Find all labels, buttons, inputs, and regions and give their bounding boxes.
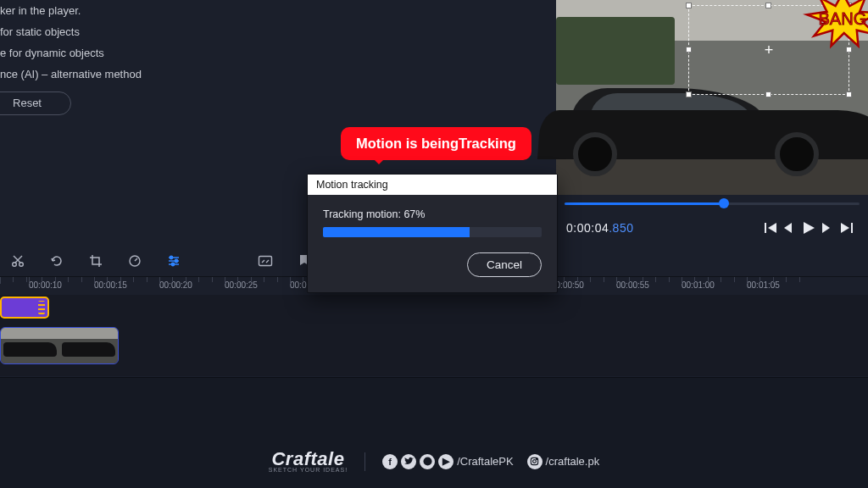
twitter-icon[interactable] — [401, 454, 416, 469]
preview-viewport[interactable]: + BANG — [556, 0, 868, 195]
preview-scrubber[interactable] — [556, 195, 868, 212]
timecode-display: 0:00:04.850 — [566, 221, 633, 235]
brand-name: Craftale — [271, 450, 344, 469]
svg-point-21 — [537, 458, 537, 459]
youtube-icon[interactable]: ▶ — [438, 454, 453, 469]
svg-rect-8 — [851, 223, 853, 233]
undo-icon[interactable] — [49, 253, 64, 269]
progress-label: Tracking motion: 67% — [323, 208, 542, 220]
overlay-clip[interactable] — [0, 297, 49, 319]
scrubber-knob[interactable] — [719, 198, 729, 208]
brand-tagline: SKETCH YOUR IDEAS! — [269, 467, 348, 473]
svg-point-12 — [170, 256, 172, 258]
instagram-icon[interactable] — [527, 454, 542, 469]
panel-line: for static objects — [0, 21, 170, 42]
svg-marker-6 — [822, 223, 830, 233]
facebook-icon[interactable]: f — [382, 454, 398, 469]
svg-point-9 — [13, 263, 17, 267]
panel-line: nce (AI) – alternative method — [0, 64, 170, 85]
tracking-options-panel: ker in the player. for static objects e … — [0, 0, 170, 115]
dialog-title: Motion tracking — [308, 175, 557, 195]
step-forward-button[interactable] — [821, 222, 839, 234]
step-back-button[interactable] — [783, 222, 802, 234]
svg-point-18 — [423, 457, 431, 465]
panel-line: ker in the player. — [0, 0, 170, 21]
svg-marker-4 — [784, 223, 792, 233]
svg-marker-3 — [768, 223, 776, 233]
cut-icon[interactable] — [10, 253, 25, 269]
go-end-button[interactable] — [839, 222, 858, 234]
play-button[interactable] — [802, 221, 821, 235]
tracker-center-icon: + — [765, 42, 774, 59]
svg-point-20 — [533, 460, 537, 463]
social-links: f ▶ /CraftalePK /craftale.pk — [382, 454, 599, 469]
motion-tracking-dialog: Motion tracking Tracking motion: 67% Can… — [307, 174, 558, 293]
instruction-callout: Motion is beingTracking — [341, 127, 531, 160]
cancel-button[interactable]: Cancel — [467, 252, 542, 277]
progress-bar — [323, 227, 542, 237]
adjust-icon[interactable] — [166, 253, 181, 269]
caption-icon[interactable] — [258, 253, 273, 269]
social-handle: /CraftalePK — [457, 455, 513, 468]
svg-point-13 — [175, 259, 177, 262]
comic-burst-sticker[interactable]: BANG — [807, 0, 868, 46]
svg-rect-2 — [765, 223, 766, 233]
footer-watermark: Craftale SKETCH YOUR IDEAS! f ▶ /Craftal… — [0, 378, 868, 488]
spotify-icon[interactable] — [420, 454, 435, 469]
reset-button[interactable]: Reset — [0, 92, 71, 115]
speed-icon[interactable] — [127, 253, 142, 269]
timeline-tracks[interactable] — [0, 295, 868, 376]
crop-icon[interactable] — [88, 253, 103, 269]
panel-line: e for dynamic objects — [0, 42, 170, 64]
go-start-button[interactable] — [765, 222, 783, 234]
scrubber-fill — [565, 202, 724, 205]
svg-point-10 — [19, 263, 24, 267]
svg-marker-7 — [841, 223, 849, 233]
svg-marker-5 — [804, 222, 815, 234]
svg-point-14 — [171, 263, 174, 265]
video-clip[interactable] — [0, 327, 119, 364]
svg-text:BANG: BANG — [818, 9, 866, 28]
social-handle: /craftale.pk — [546, 455, 600, 468]
svg-rect-15 — [259, 257, 272, 266]
